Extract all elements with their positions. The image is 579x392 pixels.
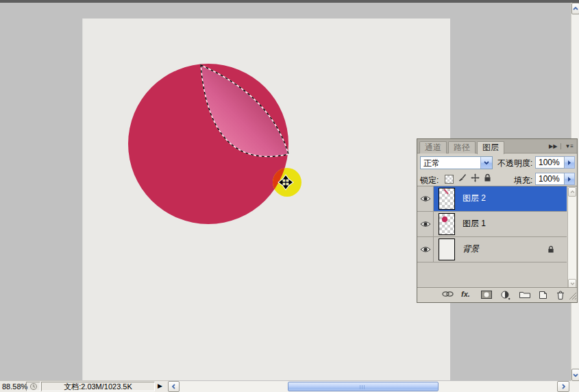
layer-list-scrollbar[interactable] (567, 187, 576, 289)
layer-style-icon[interactable]: fx. (461, 290, 470, 298)
scroll-down-button[interactable] (571, 369, 579, 381)
status-flyout-button[interactable]: ▶ (158, 382, 162, 389)
lock-all-icon[interactable] (484, 173, 491, 184)
opacity-field[interactable]: 100% (535, 156, 565, 169)
layer-list: 图层 2 图层 1 背景 (417, 186, 577, 289)
header-separator (560, 143, 561, 149)
layer-lock-icon (547, 245, 554, 256)
chevron-up-icon (570, 191, 575, 193)
new-group-icon[interactable] (519, 291, 530, 298)
window-top-edge (0, 0, 579, 3)
layer-name[interactable]: 背景 (463, 237, 479, 261)
layer-name[interactable]: 图层 2 (463, 186, 486, 210)
eye-icon (420, 246, 431, 253)
opacity-label: 不透明度: (497, 158, 532, 169)
panel-menu-icon[interactable]: ▼≡ (565, 143, 574, 149)
document-canvas[interactable] (82, 19, 450, 380)
list-scroll-up-button[interactable] (568, 187, 576, 197)
tab-channels[interactable]: 通道 (419, 141, 447, 154)
chevron-down-icon (484, 161, 489, 164)
visibility-toggle[interactable] (417, 186, 434, 211)
right-arrow-icon (568, 177, 571, 182)
lock-paint-icon[interactable] (458, 173, 467, 184)
blend-mode-value: 正常 (423, 158, 440, 169)
new-layer-icon[interactable] (539, 291, 547, 299)
layers-panel-footer: fx. (417, 287, 577, 302)
panel-resize-grip[interactable] (569, 292, 576, 302)
visibility-toggle[interactable] (417, 237, 434, 262)
visibility-toggle[interactable] (417, 212, 434, 236)
layers-panel: 通道 路径 图层 ▶▶ ▼≡ 正常 不透明度: 100% 锁定: (417, 138, 578, 303)
layer-controls: 正常 不透明度: 100% 锁定: (417, 154, 577, 186)
eye-icon (420, 195, 431, 202)
chevron-right-icon (562, 384, 565, 389)
scrollbar-corner (569, 381, 579, 392)
tab-paths[interactable]: 路径 (448, 141, 476, 154)
link-layers-icon[interactable] (442, 291, 454, 297)
layer-thumbnail[interactable] (439, 238, 455, 260)
window-horizontal-scrollbar[interactable] (168, 381, 569, 392)
status-timer-cell (26, 382, 40, 391)
layer-thumbnail[interactable] (439, 213, 455, 235)
layer-name[interactable]: 图层 1 (463, 212, 486, 236)
tab-layers[interactable]: 图层 (477, 141, 504, 154)
eye-icon (420, 221, 431, 228)
delete-layer-icon[interactable] (556, 291, 565, 299)
chevron-up-icon (573, 7, 578, 10)
lock-label: 锁定: (420, 175, 439, 186)
status-bar: 88.58% 文档:2.03M/1023.5K ▶ (0, 380, 168, 392)
chevron-down-icon (570, 282, 575, 285)
layer-row-background[interactable]: 背景 (417, 237, 567, 262)
blend-mode-select[interactable]: 正常 (420, 156, 493, 169)
right-arrow-icon (568, 160, 571, 165)
layer-mask-icon[interactable] (481, 291, 492, 299)
fill-slider-button[interactable] (565, 173, 575, 185)
scroll-up-button[interactable] (571, 3, 579, 14)
scroll-left-button[interactable] (168, 381, 180, 392)
scroll-right-button[interactable] (557, 381, 569, 392)
layer-thumbnail[interactable] (439, 188, 455, 210)
fill-label: 填充: (514, 175, 532, 186)
photoshop-workspace: 88.58% 文档:2.03M/1023.5K ▶ 通道 路径 图层 ▶▶ (0, 0, 579, 392)
palette-tab-bar: 通道 路径 图层 ▶▶ ▼≡ (417, 139, 577, 154)
layer-row-2[interactable]: 图层 2 (417, 186, 567, 212)
collapse-panel-icon[interactable]: ▶▶ (549, 143, 557, 149)
lock-transparency-icon[interactable] (445, 175, 454, 184)
layer-row-1[interactable]: 图层 1 (417, 212, 567, 237)
chevron-down-icon (573, 373, 578, 377)
timer-icon (29, 382, 38, 391)
adjustment-layer-icon[interactable] (501, 291, 510, 300)
lock-position-icon[interactable] (471, 173, 480, 184)
blend-mode-dropdown-button[interactable] (480, 157, 492, 169)
zoom-level-field[interactable]: 88.58% (2, 382, 27, 391)
canvas-artwork (83, 19, 451, 380)
opacity-slider-button[interactable] (565, 156, 575, 169)
chevron-left-icon (172, 384, 175, 389)
horizontal-scroll-thumb[interactable] (288, 382, 439, 391)
document-info: 文档:2.03M/1023.5K (41, 382, 155, 391)
fill-field[interactable]: 100% (535, 173, 565, 185)
